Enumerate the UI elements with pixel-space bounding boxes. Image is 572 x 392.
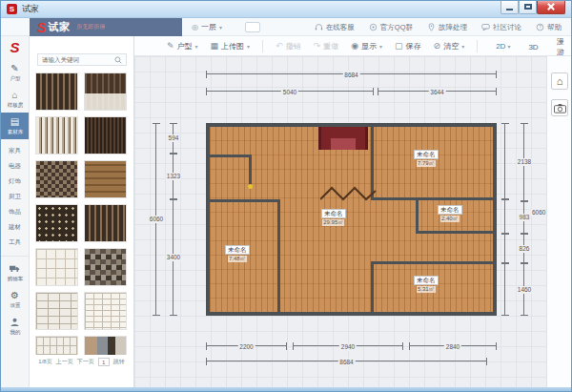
- menu-label: 官方QQ群: [380, 23, 413, 32]
- save-button[interactable]: ▢ 保存: [391, 39, 425, 53]
- menu-item-help[interactable]: ? 帮助: [536, 23, 562, 32]
- close-button[interactable]: [537, 1, 565, 14]
- sidebar-item-label: 素材库: [7, 128, 23, 135]
- sidebar-category[interactable]: 电器: [1, 158, 29, 174]
- clear-button[interactable]: ⊘ 清空 ▾: [430, 39, 469, 53]
- sidebar-category[interactable]: 家具: [1, 143, 29, 158]
- button-label: 清空: [443, 41, 459, 52]
- material-thumbnail[interactable]: [35, 204, 78, 242]
- maximize-button[interactable]: [519, 1, 537, 14]
- interior-wall[interactable]: [210, 155, 252, 157]
- material-thumbnail[interactable]: [84, 72, 127, 111]
- person-icon: [10, 317, 20, 327]
- material-thumbnail[interactable]: [35, 336, 78, 355]
- folding-door-icon[interactable]: [320, 186, 379, 205]
- material-thumbnail[interactable]: [35, 292, 78, 330]
- material-thumbnail[interactable]: [84, 336, 127, 355]
- material-thumbnail[interactable]: [84, 204, 127, 242]
- sidebar-item-floorplan[interactable]: ✎ 户型: [1, 59, 29, 86]
- search-icon[interactable]: [114, 56, 122, 64]
- menu-item-online-service[interactable]: 在线客服: [315, 23, 355, 32]
- prev-page-button[interactable]: 上一页: [56, 358, 73, 366]
- home-view-button[interactable]: ⌂: [551, 72, 568, 90]
- search-input[interactable]: [42, 56, 112, 63]
- material-thumbnail[interactable]: [84, 292, 127, 330]
- tab-3d[interactable]: 3D: [526, 33, 540, 58]
- app-logo: S 试家 所见即所得: [30, 18, 182, 36]
- materials-panel: 1/8页 上一页 下一页 跳转: [30, 36, 134, 388]
- room-label[interactable]: 未命名 7.79㎡: [414, 150, 439, 167]
- draw-floorplan-button[interactable]: ✎ 户型 ▾: [163, 39, 202, 53]
- bed-furniture[interactable]: [318, 127, 368, 150]
- floorplan-canvas[interactable]: 8684 5040 3644 2200 2940 2840 8684 6060 …: [134, 56, 546, 388]
- sidebar-item-cart[interactable]: 购物车: [1, 259, 29, 286]
- material-thumbnail[interactable]: [35, 160, 78, 198]
- sidebar-item-mine[interactable]: 我的: [1, 313, 29, 340]
- sidebar-category[interactable]: 建材: [1, 219, 29, 235]
- undo-button[interactable]: ↶ 撤销: [272, 39, 305, 53]
- sidebar-category[interactable]: 饰品: [1, 204, 29, 219]
- material-thumbnail[interactable]: [35, 116, 78, 155]
- interior-wall[interactable]: [277, 199, 280, 312]
- menu-label: 在线客服: [326, 23, 355, 32]
- room-name: 未命名: [414, 150, 439, 159]
- button-label: 户型: [177, 41, 193, 52]
- truck-icon: [10, 263, 20, 274]
- header-extra-button[interactable]: [245, 22, 260, 32]
- tab-roam[interactable]: 漫游: [555, 33, 572, 58]
- room-label[interactable]: 未命名 2.40㎡: [438, 205, 462, 222]
- goto-page-button[interactable]: 跳转: [113, 358, 125, 366]
- room-area: 2.40㎡: [440, 216, 460, 222]
- floor-selector[interactable]: ◎ 一层 ▾: [192, 21, 222, 33]
- material-thumbnail[interactable]: [35, 248, 78, 286]
- cabinet-icon: ▤: [10, 116, 19, 127]
- clear-icon: ⊘: [434, 41, 441, 51]
- sidebar-category[interactable]: 厨卫: [1, 189, 29, 204]
- sidebar-item-showroom[interactable]: ⌂ 样板房: [1, 86, 29, 113]
- room-name: 未命名: [414, 276, 439, 285]
- material-thumbnail[interactable]: [84, 248, 127, 286]
- menu-item-issue-handling[interactable]: 故障处理: [427, 23, 467, 32]
- tab-label: 3D: [528, 43, 538, 52]
- interior-wall[interactable]: [371, 261, 374, 312]
- sidebar-category[interactable]: 灯饰: [1, 174, 29, 189]
- home-icon: ⌂: [11, 90, 17, 100]
- menu-item-community[interactable]: 社区讨论: [481, 23, 521, 32]
- toolbar-divider: [262, 40, 263, 52]
- sidebar-item-settings[interactable]: ⚙ 设置: [1, 286, 29, 313]
- interior-wall[interactable]: [371, 261, 493, 264]
- image-icon: ▦: [211, 41, 219, 51]
- interior-wall[interactable]: [210, 199, 278, 202]
- interior-wall[interactable]: [416, 231, 493, 234]
- pencil-icon: ✎: [10, 63, 18, 73]
- next-page-button[interactable]: 下一页: [77, 358, 94, 366]
- room-label[interactable]: 未命名 5.31㎡: [414, 276, 439, 293]
- gear-icon: ⚙: [10, 290, 19, 300]
- material-thumbnail[interactable]: [84, 160, 127, 198]
- caret-down-icon: ▾: [379, 43, 382, 50]
- dimension-left-segment: 594: [173, 123, 174, 154]
- minimize-button[interactable]: [500, 1, 519, 14]
- menu-item-official-qq[interactable]: 官方QQ群: [369, 23, 413, 32]
- room-name: 未命名: [321, 209, 346, 218]
- display-button[interactable]: ◉ 显示 ▾: [347, 39, 386, 53]
- page-number-input[interactable]: [98, 358, 110, 366]
- sidebar-category[interactable]: 工具: [1, 235, 29, 250]
- material-thumbnail[interactable]: [35, 72, 78, 111]
- interior-wall[interactable]: [371, 197, 493, 200]
- save-icon: ▢: [395, 41, 403, 51]
- sidebar-item-materials[interactable]: ▤ 素材库: [1, 113, 29, 139]
- upload-plan-button[interactable]: ▦ 上传图 ▾: [207, 39, 255, 53]
- material-thumbnail[interactable]: [84, 116, 127, 155]
- tab-label: 2D: [496, 42, 505, 51]
- snapshot-button[interactable]: [551, 99, 568, 116]
- interior-wall[interactable]: [416, 197, 419, 234]
- button-label: 显示: [361, 41, 377, 52]
- logo-name: 试家: [48, 20, 71, 34]
- room-label[interactable]: 未命名 7.48㎡: [225, 245, 250, 262]
- interior-wall[interactable]: [249, 155, 252, 185]
- marker-dot[interactable]: [248, 184, 253, 189]
- room-label[interactable]: 未命名 29.95㎡: [321, 209, 346, 226]
- redo-button[interactable]: ↷ 重做: [310, 39, 343, 53]
- tab-2d[interactable]: 2D ▾: [494, 33, 512, 58]
